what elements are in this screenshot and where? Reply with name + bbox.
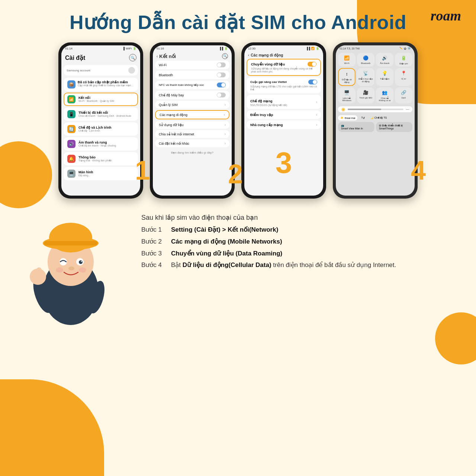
qs-dex[interactable]: 🔗 DeX xyxy=(395,87,412,103)
phones-row: 01:14 ▐ WiFi 🔋 Cài đặt 🔍 Samsung account xyxy=(15,42,461,199)
am-thanh-title: Âm thanh và rung xyxy=(78,141,134,144)
data-roaming-item[interactable]: Chuyển vùng dữ liệu Sử dụng dữ liệu di đ… xyxy=(247,59,321,76)
data-roaming-label: Chuyển vùng dữ liệu xyxy=(251,62,285,66)
thiet-bi-title: Thiết bị đã kết nối xyxy=(78,111,134,115)
step-number-4: 4 xyxy=(411,157,426,184)
thong-bao-title: Thông báo xyxy=(78,155,134,159)
avatar xyxy=(128,67,135,74)
sun-icon: ☀️ xyxy=(341,107,345,112)
thiet-bi-sub: Chia sẻ nhanh · Samsung DeX · Android Au… xyxy=(78,115,134,118)
network-provider-item: Nhà cung cấp mạng › xyxy=(247,120,321,129)
enhanced-call-toggle[interactable] xyxy=(308,80,317,84)
nfc-toggle[interactable] xyxy=(217,83,226,87)
wifi-conn-item: Wi-Fi xyxy=(155,61,229,69)
qs-screen-rec-label: Trình ghi MH xyxy=(359,97,372,99)
moon-icon: 🌙 xyxy=(370,116,374,119)
thong-bao-sub: Trạng thái · Không làm phiền xyxy=(78,159,134,162)
mode-thoai-mai[interactable]: ☀️ thoai mai xyxy=(338,115,357,120)
qs-save-icon: 💡 xyxy=(382,70,388,77)
thiet-bi-item: 📱 Thiết bị đã kết nối Chia sẻ nhanh · Sa… xyxy=(64,107,138,121)
screen1-title: Cài đặt xyxy=(65,54,85,61)
status-icons-2: ▐▐ 🔋 xyxy=(219,47,228,50)
time-2: 01:16 xyxy=(157,47,164,50)
mode-che-do-ts[interactable]: 🌙 Chế độ TS xyxy=(368,115,389,120)
step-2-content: Các mạng di động (Mobile Networks) xyxy=(171,237,282,246)
qs-location[interactable]: 📍 Vị trí xyxy=(395,68,412,86)
qs-share[interactable]: 👥 Chia sẻ Không có ai xyxy=(376,87,393,103)
share-arrow: › xyxy=(225,132,226,136)
gear-icon: ⚙️ xyxy=(408,47,411,50)
qs-location-icon: 📍 xyxy=(401,70,407,77)
man-hinh-icon: 🖥️ xyxy=(67,170,75,178)
sun-small-icon: ☀️ xyxy=(340,116,344,119)
bluetooth-toggle[interactable] xyxy=(217,73,226,77)
share-conn-item: Chia sẻ kết nối internet › xyxy=(155,130,229,138)
data-roaming-toggle[interactable] xyxy=(308,62,316,67)
qs-windows[interactable]: 🖥️ Liên kết Windows xyxy=(338,87,356,103)
mobile-networks-conn-item[interactable]: Các mạng di động › xyxy=(155,110,229,119)
mode-options: ☀️ thoai mai Tự 🌙 Chế độ TS xyxy=(336,114,415,122)
search-hint-2: Bạn đang tìm kiếm điều gì đây? xyxy=(153,149,232,156)
smart-things-tile[interactable]: ⊞ Điều khiển thiết bị SmartThings xyxy=(376,122,412,132)
main-title-area: Hướng Dẫn cài đặt SIM cho Android xyxy=(15,11,461,33)
network-mode-arrow: › xyxy=(316,100,317,104)
enhanced-call-item: Cuộc gọi nâng cao Viettel Sử dụng mạng d… xyxy=(247,77,321,93)
qs-wifi[interactable]: 📶 Wi-Fi xyxy=(338,53,356,67)
samsung-account-bar: Samsung account xyxy=(64,65,138,75)
qs-windows-icon: 🖥️ xyxy=(344,89,350,96)
qs-sound-icon: 🔊 xyxy=(382,55,388,61)
svg-point-12 xyxy=(79,267,86,273)
data-usage-conn-item: Sử dụng dữ liệu › xyxy=(155,121,229,129)
step-3-instruction: Bước 3 Chuyển vùng dữ liệu (Data Roaming… xyxy=(141,249,454,258)
phone-1: 01:14 ▐ WiFi 🔋 Cài đặt 🔍 Samsung account xyxy=(58,42,143,199)
qs-hotspot[interactable]: 📡 Điểm truy cập di động xyxy=(357,68,374,86)
phone-1-screen: 01:14 ▐ WiFi 🔋 Cài đặt 🔍 Samsung account xyxy=(61,45,140,196)
airplane-toggle[interactable] xyxy=(217,93,226,97)
edit-icon: ✏️ xyxy=(399,47,403,50)
qs-battery[interactable]: 🔋 Điện pin xyxy=(395,53,412,67)
step-2-label: Bước 2 xyxy=(141,237,171,246)
svg-point-4 xyxy=(49,223,92,253)
network-mode-label: Chế độ mạng xyxy=(250,99,273,103)
step-number-2: 2 xyxy=(228,161,243,187)
qs-mobile-data[interactable]: ↕ Dữ liệu di động xyxy=(338,68,356,86)
qs-hotspot-icon: 📡 xyxy=(363,70,369,77)
mobile-networks-label: Các mạng di động xyxy=(160,113,187,117)
brightness-track xyxy=(348,109,403,110)
qs-bluetooth[interactable]: 🔵 Bluetooth xyxy=(357,53,374,67)
brightness-bar-container[interactable]: ☀️ ⋯ xyxy=(338,106,412,112)
qs-sound[interactable]: 🔊 Âm thanh xyxy=(376,53,393,67)
time-3: 12:30 xyxy=(248,47,255,50)
ket-noi-item[interactable]: 📶 Kết nối Wi-Fi · Bluetooth · Quản lý SI… xyxy=(64,93,138,106)
step3-spacer: 3 xyxy=(244,130,323,196)
qs-screen-rec[interactable]: 🎥 Trình ghi MH xyxy=(357,87,374,103)
step-number-3-center: 3 xyxy=(276,146,292,180)
enhanced-call-label: Cuộc gọi nâng cao Viettel xyxy=(250,80,287,84)
data-roaming-sub: Sử dụng dữ liệu di động khi đang chuyển … xyxy=(251,67,316,73)
mode-tu[interactable]: Tự xyxy=(359,115,366,120)
qs-mobile-data-icon: ↕ xyxy=(344,71,350,77)
time-1: 01:14 xyxy=(65,47,73,50)
grid-icon: ⊞ xyxy=(379,124,381,127)
battery-icon: 🔋 xyxy=(133,47,136,50)
am-thanh-item: 🔊 Âm thanh và rung Chế độ âm thanh · Nhạ… xyxy=(64,137,138,151)
man-hinh-title: Màn hình xyxy=(78,170,134,174)
wifi-toggle[interactable] xyxy=(217,62,226,67)
qs-sound-label: Âm thanh xyxy=(380,62,390,64)
logo-roam: roam xyxy=(431,8,461,23)
update-item: 📦 Đã có bản cập nhật phần mềm Cập nhật đ… xyxy=(64,78,138,91)
step-3-label: Bước 3 xyxy=(141,249,171,258)
screen1-header: Cài đặt 🔍 xyxy=(61,52,140,64)
thiet-bi-icon: 📱 xyxy=(67,110,75,118)
power-icon: ⏻ xyxy=(404,47,406,50)
airplane-conn-item: Chế độ Máy bay xyxy=(155,91,229,99)
brand-logo: hiroam xyxy=(419,7,461,24)
status-icons-1: ▐ WiFi 🔋 xyxy=(122,47,136,50)
qs-save[interactable]: 💡 Tiết kiệm xyxy=(376,68,393,86)
smart-view-tile[interactable]: 📺 Smart View Màn In xyxy=(338,122,374,132)
page-title: Hướng Dẫn cài đặt SIM cho Android xyxy=(15,11,461,33)
mobile-networks-arrow: › xyxy=(224,113,225,117)
signal-2: ▐▐ xyxy=(219,47,223,50)
che-do-title: Chế độ và Lịch trình xyxy=(78,126,134,129)
mode-label-tu: Tự xyxy=(361,116,364,119)
